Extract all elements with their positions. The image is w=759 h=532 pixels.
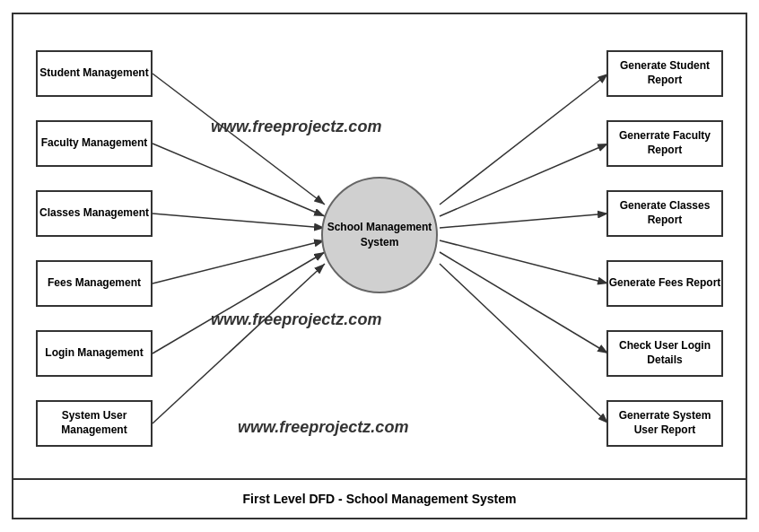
footer-label: First Level DFD - School Management Syst… [13,478,746,518]
box-login-mgmt: Login Management [36,330,153,377]
svg-line-5 [153,252,325,353]
box-student-mgmt: Student Management [36,50,153,97]
watermark-top: www.freeprojectz.com [211,118,381,136]
box-gen-faculty: Generrate Faculty Report [606,120,723,167]
box-faculty-mgmt: Faculty Management [36,120,153,167]
svg-line-10 [440,240,608,283]
watermark-bottom: www.freeprojectz.com [238,418,408,437]
svg-line-8 [440,144,608,216]
svg-line-2 [153,144,325,216]
box-fees-mgmt: Fees Management [36,260,153,307]
box-gen-student: Generate Student Report [606,50,723,97]
svg-line-6 [153,264,325,423]
svg-line-3 [153,214,325,228]
svg-line-4 [153,240,325,283]
diagram-container: www.freeprojectz.com www.freeprojectz.co… [12,13,747,519]
svg-line-7 [440,74,608,205]
svg-line-11 [440,252,608,353]
box-gen-classes: Generate Classes Report [606,190,723,237]
box-gen-sysuser: Generrate System User Report [606,400,723,447]
box-check-login: Check User Login Details [606,330,723,377]
box-sysuser-mgmt: System User Management [36,400,153,447]
svg-line-1 [153,74,325,205]
svg-line-12 [440,264,608,423]
svg-line-9 [440,214,608,228]
watermark-mid: www.freeprojectz.com [211,310,381,329]
diagram-area: www.freeprojectz.com www.freeprojectz.co… [13,14,746,478]
box-classes-mgmt: Classes Management [36,190,153,237]
box-gen-fees: Generate Fees Report [606,260,723,307]
center-circle: School Management System [321,177,438,293]
